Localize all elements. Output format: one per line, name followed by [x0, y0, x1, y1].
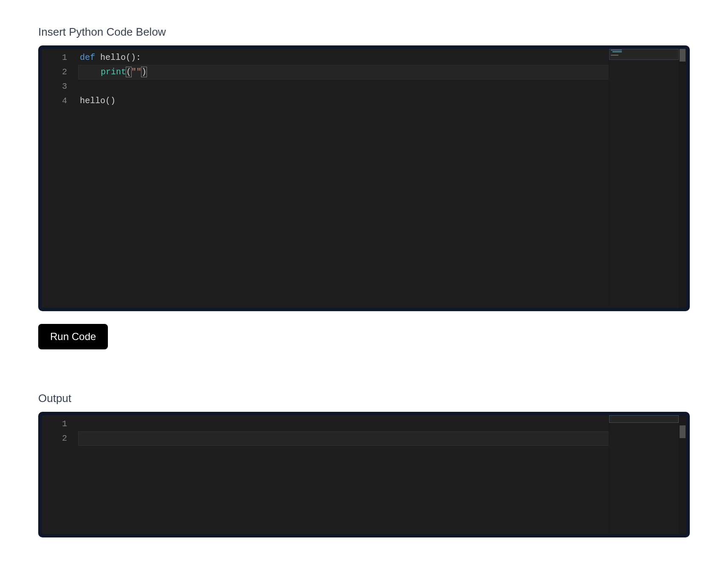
minimap-viewport: [609, 415, 679, 423]
output-section: Output 1 2: [38, 392, 690, 537]
code-section: Insert Python Code Below 1 2 3 4 def hel…: [38, 25, 690, 383]
output-line: [80, 417, 678, 431]
code-minimap[interactable]: [609, 49, 679, 308]
output-editor: 1 2: [42, 415, 686, 534]
output-minimap[interactable]: [609, 415, 679, 534]
line-number: 2: [42, 431, 67, 446]
code-scrollbar-thumb[interactable]: [680, 49, 686, 62]
code-scrollbar[interactable]: [679, 49, 686, 308]
code-line: [80, 79, 678, 94]
code-line: hello(): [80, 94, 678, 108]
line-number: 4: [42, 94, 67, 108]
run-code-button[interactable]: Run Code: [38, 324, 108, 349]
output-editor-content: 1 2: [42, 415, 686, 446]
line-number: 1: [42, 417, 67, 431]
output-text-area: [80, 417, 686, 446]
code-editor[interactable]: 1 2 3 4 def hello(): print("") hello(): [42, 49, 686, 308]
output-editor-container: 1 2: [38, 412, 690, 537]
output-gutter: 1 2: [42, 417, 80, 446]
output-scrollbar-thumb[interactable]: [680, 425, 686, 438]
output-section-label: Output: [38, 392, 690, 405]
output-scrollbar[interactable]: [679, 415, 686, 534]
code-editor-content: 1 2 3 4 def hello(): print("") hello(): [42, 49, 686, 108]
line-number: 2: [42, 65, 67, 79]
code-section-label: Insert Python Code Below: [38, 25, 690, 39]
code-editor-container: 1 2 3 4 def hello(): print("") hello(): [38, 45, 690, 311]
code-line: print(""): [78, 65, 678, 79]
code-text-area[interactable]: def hello(): print("") hello(): [80, 51, 686, 108]
code-gutter: 1 2 3 4: [42, 51, 80, 108]
output-line: [78, 431, 678, 446]
code-line: def hello():: [80, 51, 678, 65]
line-number: 1: [42, 51, 67, 65]
line-number: 3: [42, 79, 67, 94]
